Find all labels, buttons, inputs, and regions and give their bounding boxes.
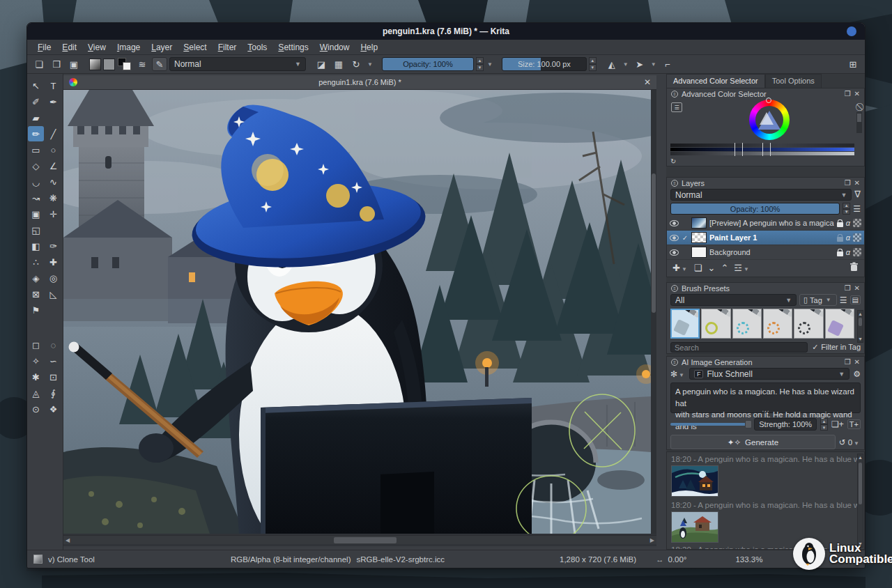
choose-workspace-button[interactable]: ⊞: [845, 57, 861, 71]
brush-preset-blender-basic[interactable]: [670, 309, 700, 339]
docker-menu-icon[interactable]: ≡: [671, 180, 678, 187]
tool-pattern-tool[interactable]: ▰: [28, 110, 44, 125]
menu-select[interactable]: Select: [178, 41, 211, 54]
canvas-horizontal-scrollbar[interactable]: ◀ ▶: [63, 535, 656, 544]
tab-advanced-color-selector[interactable]: Advanced Color Selector: [666, 74, 765, 88]
menu-edit[interactable]: Edit: [57, 41, 82, 54]
tab-tool-options[interactable]: Tool Options: [765, 74, 822, 88]
menu-view[interactable]: View: [83, 41, 111, 54]
tool-rect-select[interactable]: ◻: [28, 337, 44, 353]
layer-row-paint-layer-1[interactable]: ✓ Paint Layer 1 α: [667, 231, 864, 245]
preset-filter-dropdown[interactable]: All ▼: [670, 294, 797, 306]
menu-tools[interactable]: Tools: [243, 41, 272, 54]
reload-preset-button[interactable]: ↻: [348, 57, 364, 71]
tool-color-sampler[interactable]: ✑: [45, 238, 61, 254]
canvas-rotation-icon[interactable]: ↔: [656, 555, 664, 564]
scroll-right-icon[interactable]: ▶: [650, 537, 654, 543]
close-icon[interactable]: ✕: [644, 77, 651, 87]
layer-visibility-icon[interactable]: [670, 220, 679, 226]
menu-help[interactable]: Help: [355, 41, 383, 54]
tool-multibrush[interactable]: ❋: [45, 190, 61, 206]
brush-preset-stamp-orange[interactable]: [763, 309, 792, 339]
float-panel-icon[interactable]: ❐: [845, 179, 851, 187]
tool-rectangle[interactable]: ▭: [28, 142, 44, 157]
layer-row-background[interactable]: Background α: [667, 245, 864, 260]
layer-check[interactable]: ✓: [682, 234, 689, 242]
tool-enclose-fill[interactable]: ◎: [45, 270, 61, 286]
preset-menu-icon[interactable]: ☰: [840, 295, 847, 305]
window-control-button[interactable]: [847, 26, 856, 36]
layer-opacity-slider[interactable]: Opacity: 100%: [670, 203, 840, 215]
tool-fill[interactable]: ◈: [28, 270, 44, 286]
delete-layer-button[interactable]: [849, 262, 859, 274]
preset-display-icon[interactable]: ▤: [850, 295, 861, 304]
foreground-background-colors[interactable]: [117, 57, 132, 71]
docker-menu-icon[interactable]: ≡: [671, 359, 678, 366]
pattern-swatch[interactable]: [103, 59, 115, 70]
tool-magnetic-select[interactable]: ∮: [45, 385, 61, 401]
tool-spray[interactable]: ∴: [28, 254, 44, 270]
tag-button[interactable]: ▯ Tag ▼: [799, 294, 837, 306]
search-input[interactable]: Search: [670, 342, 808, 353]
color-selector-settings-icon[interactable]: ☰: [671, 102, 682, 112]
tool-line[interactable]: ╱: [45, 126, 61, 141]
canvas-titlebar[interactable]: penguin1.kra (7.6 MiB) * ✕: [63, 75, 656, 90]
history-scrollbar[interactable]: ▲▼: [857, 454, 863, 548]
tool-move[interactable]: ✛: [45, 206, 61, 222]
refresh-shades-icon[interactable]: ↻: [670, 157, 676, 165]
move-layer-down-button[interactable]: ⌄: [707, 263, 715, 273]
queue-history-button[interactable]: ↺ 0▼: [839, 438, 861, 447]
tool-freehand-path[interactable]: ∿: [45, 174, 61, 189]
tool-transform[interactable]: ▣: [28, 206, 44, 222]
inherit-alpha-icon[interactable]: [853, 233, 861, 242]
canvas-vertical-scrollbar[interactable]: [651, 90, 656, 534]
chevron-down-icon[interactable]: ▼: [486, 61, 494, 68]
selection-mode-icon[interactable]: [33, 555, 43, 564]
lock-open-icon[interactable]: [837, 237, 843, 242]
lock-icon[interactable]: [837, 222, 843, 227]
filter-in-tag-checkbox[interactable]: ✓ Filter in Tag: [812, 343, 861, 352]
tool-similar-select[interactable]: ✱: [28, 369, 44, 385]
opacity-spinner[interactable]: ▲▼: [476, 57, 484, 71]
slider-handle[interactable]: [745, 420, 752, 428]
tool-gradient[interactable]: ◧: [28, 238, 44, 254]
model-dropdown[interactable]: F Flux Schnell ▼: [689, 368, 849, 380]
brush-preset-stamp-teal[interactable]: [732, 309, 762, 339]
mirror-horizontal-button[interactable]: ◭: [604, 57, 620, 71]
tool-zoom[interactable]: ⊙: [28, 401, 44, 417]
tool-reference-images[interactable]: ⚑: [28, 302, 44, 318]
layer-opacity-spinner[interactable]: ▲▼: [843, 203, 850, 215]
tool-polygon-select[interactable]: ✧: [28, 353, 44, 369]
menu-file[interactable]: File: [33, 41, 56, 54]
tool-polygon[interactable]: ◇: [28, 158, 44, 173]
close-icon[interactable]: ✕: [854, 284, 860, 292]
float-panel-icon[interactable]: ❐: [845, 90, 851, 98]
wrap-around-button[interactable]: ⌐: [660, 57, 675, 71]
menu-image[interactable]: Image: [112, 41, 145, 54]
ai-history-list[interactable]: 18:20 - A penguin who is a magican. He h…: [666, 451, 865, 550]
preserve-alpha-button[interactable]: ▦: [331, 57, 346, 71]
new-document-button[interactable]: ❏: [31, 57, 47, 71]
prompt-textarea[interactable]: A penguin who is a magican. He has a blu…: [670, 382, 861, 413]
close-icon[interactable]: ✕: [854, 179, 860, 187]
opacity-slider[interactable]: Opacity: 100%: [382, 57, 474, 71]
save-button[interactable]: ▣: [66, 57, 82, 71]
chevron-down-icon[interactable]: ▼: [622, 61, 630, 68]
tool-bezier-curve[interactable]: ◡: [28, 174, 44, 189]
brush-preset-sketch-pencil[interactable]: [794, 309, 823, 339]
tool-calligraphy[interactable]: ✒: [45, 94, 61, 109]
tool-freehand-select[interactable]: ∽: [45, 353, 61, 369]
close-icon[interactable]: ✕: [854, 358, 860, 366]
docker-menu-icon[interactable]: ≡: [671, 285, 678, 292]
inherit-alpha-icon[interactable]: [853, 219, 861, 227]
menu-layer[interactable]: Layer: [146, 41, 177, 54]
window-titlebar[interactable]: penguin1.kra (7.6 MiB) * — Krita: [27, 23, 865, 40]
tool-select-shapes[interactable]: ↖: [28, 78, 44, 93]
chevron-down-icon[interactable]: ▼: [649, 61, 658, 68]
open-document-button[interactable]: ❒: [49, 57, 64, 71]
alpha-lock-icon[interactable]: α: [846, 233, 850, 242]
layer-filter-icon[interactable]: ∇: [854, 189, 861, 201]
presets-scrollbar[interactable]: ▲▼: [857, 310, 863, 343]
tool-measure[interactable]: ◺: [45, 286, 61, 302]
chevron-down-icon[interactable]: ▼: [366, 61, 374, 68]
